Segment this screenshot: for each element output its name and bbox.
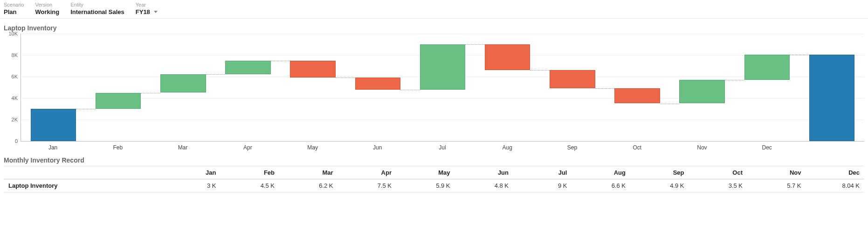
table-title: Monthly Inventory Record: [0, 151, 868, 166]
pov-item-version: VersionWorking: [35, 2, 59, 15]
connector: [465, 44, 485, 45]
connector: [725, 80, 744, 80]
bar-Dec[interactable]: [744, 55, 790, 80]
row-label[interactable]: Laptop Inventory: [4, 179, 162, 192]
bar-Apr[interactable]: [225, 61, 270, 75]
pov-value[interactable]: FY18: [136, 8, 158, 15]
col-header[interactable]: Aug: [572, 166, 631, 179]
bar-slot: [670, 34, 735, 141]
col-header[interactable]: Dec: [806, 166, 865, 179]
x-tick: Jan: [21, 144, 85, 151]
pov-bar: ScenarioPlanVersionWorkingEntityInternat…: [0, 0, 868, 19]
pov-item-year[interactable]: YearFY18: [136, 2, 158, 15]
connector: [206, 74, 226, 75]
table-cell[interactable]: 4.8 K: [455, 179, 514, 192]
connector: [271, 61, 290, 61]
bar-May[interactable]: [290, 61, 335, 78]
col-header[interactable]: Jan: [162, 166, 221, 179]
pov-label: Year: [136, 2, 158, 7]
pov-label: Scenario: [4, 2, 24, 7]
table-cell[interactable]: 7.5 K: [338, 179, 397, 192]
bar-Nov[interactable]: [679, 80, 724, 104]
pov-value: Plan: [4, 8, 24, 15]
connector: [790, 55, 809, 55]
x-tick: Jun: [345, 144, 410, 151]
col-header[interactable]: Sep: [630, 166, 689, 179]
x-tick: Feb: [85, 144, 150, 151]
bar-Feb[interactable]: [96, 93, 141, 109]
bar-slot: [735, 34, 799, 141]
y-tick: 4K: [12, 95, 18, 101]
connector: [530, 70, 550, 71]
y-tick: 6K: [12, 74, 18, 79]
table-cell[interactable]: 4.5 K: [221, 179, 280, 192]
chart-area: 02K4K6K8K10K JanFebMarAprMayJunJulAugSep…: [0, 34, 868, 151]
pov-label: Entity: [70, 2, 124, 7]
table-cell[interactable]: 8.04 K: [806, 179, 865, 192]
pov-label: Version: [35, 2, 59, 7]
bar-slot: [475, 34, 540, 141]
y-tick: 10K: [8, 31, 18, 36]
connector: [336, 78, 355, 78]
y-tick: 0: [15, 138, 18, 144]
col-header[interactable]: Nov: [747, 166, 806, 179]
connector: [141, 93, 160, 93]
chart-title: Laptop Inventory: [0, 19, 868, 34]
pov-value: Working: [35, 8, 59, 15]
x-tick: May: [280, 144, 345, 151]
col-header[interactable]: Jun: [455, 166, 514, 179]
bar-slot: [345, 34, 410, 141]
x-tick: Jul: [410, 144, 475, 151]
bar-Jul[interactable]: [420, 44, 465, 90]
bar-Jun[interactable]: [355, 78, 400, 89]
bar-Sep[interactable]: [550, 70, 595, 88]
bar-Aug[interactable]: [485, 44, 530, 70]
chevron-down-icon: [154, 11, 158, 13]
connector: [660, 104, 680, 104]
table-cell[interactable]: 3 K: [162, 179, 221, 192]
table-cell[interactable]: 3.5 K: [689, 179, 748, 192]
bar-Jan[interactable]: [31, 109, 76, 141]
table-cell[interactable]: 4.9 K: [630, 179, 689, 192]
bar-slot: [540, 34, 605, 141]
connector: [76, 109, 96, 109]
table-cell[interactable]: 6.6 K: [572, 179, 631, 192]
col-header[interactable]: Apr: [338, 166, 397, 179]
x-axis: JanFebMarAprMayJunJulAugSepOctNovDec: [21, 144, 864, 151]
bar-slot: [605, 34, 669, 141]
col-header[interactable]: Oct: [689, 166, 748, 179]
y-tick: 2K: [12, 117, 18, 122]
pov-item-entity: EntityInternational Sales: [70, 2, 124, 15]
bar-slot: [799, 34, 864, 141]
table-cell[interactable]: 5.7 K: [747, 179, 806, 192]
bar-Mar[interactable]: [160, 74, 206, 92]
x-tick: Apr: [215, 144, 280, 151]
x-tick: Sep: [540, 144, 605, 151]
bar-slot: [86, 34, 151, 141]
inventory-table: JanFebMarAprMayJunJulAugSepOctNovDec Lap…: [4, 166, 864, 192]
x-tick: Oct: [605, 144, 669, 151]
x-tick: Dec: [735, 144, 799, 151]
bar-slot: [410, 34, 475, 141]
col-header[interactable]: Jul: [513, 166, 572, 179]
x-tick: Aug: [475, 144, 540, 151]
x-tick: Mar: [150, 144, 215, 151]
bar-Oct[interactable]: [614, 88, 660, 103]
pov-value: International Sales: [70, 8, 124, 15]
col-header[interactable]: Feb: [221, 166, 280, 179]
bar-slot: [281, 34, 345, 141]
connector: [595, 88, 615, 89]
connector: [400, 90, 420, 90]
chart-plot[interactable]: [21, 34, 864, 142]
bar-slot: [21, 34, 86, 141]
table-cell[interactable]: 5.9 K: [396, 179, 455, 192]
table-cell[interactable]: 9 K: [513, 179, 572, 192]
col-header[interactable]: May: [396, 166, 455, 179]
x-tick: [799, 144, 864, 151]
table-wrap: JanFebMarAprMayJunJulAugSepOctNovDec Lap…: [0, 166, 868, 196]
col-header[interactable]: Mar: [279, 166, 338, 179]
table-corner: [4, 166, 162, 179]
table-cell[interactable]: 6.2 K: [279, 179, 338, 192]
bar-end[interactable]: [809, 55, 854, 141]
pov-item-scenario: ScenarioPlan: [4, 2, 24, 15]
